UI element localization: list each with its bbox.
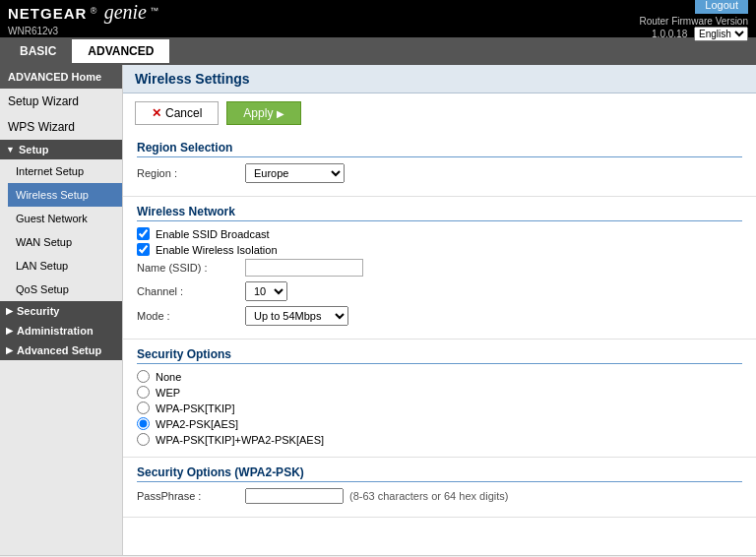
content-area: Wireless Settings ✕ Cancel Apply ▶ Regio… [123,65,756,555]
channel-row: Channel : 1234 5678 91011 [137,281,742,301]
sidebar-item-qos-setup[interactable]: QoS Setup [8,278,122,301]
language-select[interactable]: English [694,27,748,41]
security-wpa-wpa2-row: WPA-PSK[TKIP]+WPA2-PSK[AES] [137,433,742,446]
security-psk-title: Security Options (WPA2-PSK) [137,465,742,482]
passphrase-row: PassPhrase : (8-63 characters or 64 hex … [137,488,742,504]
region-row: Region : Europe North America Asia Austr… [137,163,742,183]
admin-section-label: Administration [17,325,94,337]
setup-arrow-icon: ▼ [6,145,15,155]
header: NETGEAR ® genie ™ WNR612v3 Logout Router… [0,0,756,37]
security-none-radio[interactable] [137,370,150,383]
advanced-setup-section-label: Advanced Setup [17,344,101,356]
sidebar-section-administration[interactable]: ▶ Administration [0,321,122,340]
sidebar-sub-setup: Internet Setup Wireless Setup Guest Netw… [0,159,122,301]
logout-button[interactable]: Logout [695,0,748,14]
security-wpa-wpa2-radio[interactable] [137,433,150,446]
ssid-name-row: Name (SSID) : [137,259,742,277]
region-section-title: Region Selection [137,141,742,157]
security-wep-row: WEP [137,386,742,399]
sidebar-item-guest-network[interactable]: Guest Network [8,207,122,230]
security-wpa2-aes-row: WPA2-PSK[AES] [137,417,742,430]
setup-section-label: Setup [19,144,49,155]
security-wep-label: WEP [156,387,180,399]
security-options-title: Security Options [137,347,742,364]
security-section-label: Security [17,305,59,317]
security-wpa-tkip-row: WPA-PSK[TKIP] [137,402,742,414]
ssid-name-label: Name (SSID) : [137,262,245,274]
security-wpa-tkip-label: WPA-PSK[TKIP] [156,402,234,414]
cancel-x-icon: ✕ [152,106,161,120]
wireless-network-section: Wireless Network Enable SSID Broadcast E… [123,197,756,340]
firmware-info: Router Firmware Version 1.0.0.18 English [639,16,748,41]
security-none-label: None [156,371,181,383]
region-label: Region : [137,167,245,179]
region-select[interactable]: Europe North America Asia Australia Japa… [245,163,345,183]
content-header: Wireless Settings [123,65,756,93]
action-bar: ✕ Cancel Apply ▶ [123,93,756,133]
tab-basic[interactable]: BASIC [4,39,72,63]
logout-area: Logout [639,0,748,16]
cancel-button[interactable]: ✕ Cancel [135,101,219,125]
header-right: Logout Router Firmware Version 1.0.0.18 … [639,0,748,41]
sidebar-section-security[interactable]: ▶ Security [0,301,122,321]
sidebar-item-wireless-setup[interactable]: Wireless Setup [8,183,122,207]
security-none-row: None [137,370,742,383]
security-options-section: Security Options None WEP WPA-PSK[TKIP] … [123,340,756,458]
mode-row: Mode : Up to 54Mbps Up to 130Mbps Up to … [137,306,742,326]
model-number: WNR612v3 [8,26,58,36]
apply-button[interactable]: Apply ▶ [226,101,301,125]
sidebar-section-advanced-setup[interactable]: ▶ Advanced Setup [0,340,122,360]
cancel-label: Cancel [165,106,202,120]
mode-select[interactable]: Up to 54Mbps Up to 130Mbps Up to 300Mbps [245,306,348,326]
admin-arrow-icon: ▶ [6,326,13,336]
netgear-logo: NETGEAR [8,5,87,22]
enable-wireless-isolation-label: Enable Wireless Isolation [156,244,278,256]
security-arrow-icon: ▶ [6,306,13,316]
mode-label: Mode : [137,310,245,322]
sidebar: ADVANCED Home Setup Wizard WPS Wizard ▼ … [0,65,123,555]
sidebar-item-internet-setup[interactable]: Internet Setup [8,159,122,183]
enable-wireless-isolation-checkbox[interactable] [137,243,150,256]
ssid-name-input[interactable] [245,259,363,277]
advanced-setup-arrow-icon: ▶ [6,345,13,355]
channel-label: Channel : [137,285,245,297]
genie-logo: genie [104,1,147,23]
enable-ssid-broadcast-row: Enable SSID Broadcast [137,227,742,240]
sidebar-section-setup[interactable]: ▼ Setup [0,140,122,159]
page-title: Wireless Settings [135,71,744,87]
tab-advanced[interactable]: ADVANCED [72,39,169,63]
main-layout: ADVANCED Home Setup Wizard WPS Wizard ▼ … [0,65,756,555]
sidebar-item-advanced-home[interactable]: ADVANCED Home [0,65,122,89]
nav-tabs: BASIC ADVANCED [0,37,756,65]
registered-icon: ® [91,6,97,16]
enable-wireless-isolation-row: Enable Wireless Isolation [137,243,742,256]
security-wpa2-aes-radio[interactable] [137,417,150,430]
passphrase-label: PassPhrase : [137,490,245,502]
apply-label: Apply [243,106,273,120]
logo: NETGEAR ® genie ™ WNR612v3 [8,1,158,37]
passphrase-hint: (8-63 characters or 64 hex digits) [349,490,508,502]
firmware-label: Router Firmware Version [639,16,748,27]
security-psk-section: Security Options (WPA2-PSK) PassPhrase :… [123,458,756,518]
firmware-version: 1.0.0.18 [652,29,687,39]
sidebar-item-lan-setup[interactable]: LAN Setup [8,254,122,278]
trademark-icon: ™ [150,6,158,16]
passphrase-input[interactable] [245,488,344,504]
security-wpa-wpa2-label: WPA-PSK[TKIP]+WPA2-PSK[AES] [156,434,324,446]
channel-select[interactable]: 1234 5678 91011 [245,281,287,301]
security-wep-radio[interactable] [137,386,150,399]
enable-ssid-broadcast-label: Enable SSID Broadcast [156,228,270,240]
sidebar-item-setup-wizard[interactable]: Setup Wizard [0,89,122,114]
logo-area: NETGEAR ® genie ™ WNR612v3 [8,1,158,37]
security-wpa-tkip-radio[interactable] [137,402,150,414]
sidebar-item-wps-wizard[interactable]: WPS Wizard [0,114,122,140]
wireless-network-title: Wireless Network [137,205,742,221]
sidebar-item-wan-setup[interactable]: WAN Setup [8,230,122,254]
region-section: Region Selection Region : Europe North A… [123,133,756,197]
apply-arrow-icon: ▶ [277,108,284,119]
enable-ssid-broadcast-checkbox[interactable] [137,227,150,240]
security-wpa2-aes-label: WPA2-PSK[AES] [156,418,238,430]
